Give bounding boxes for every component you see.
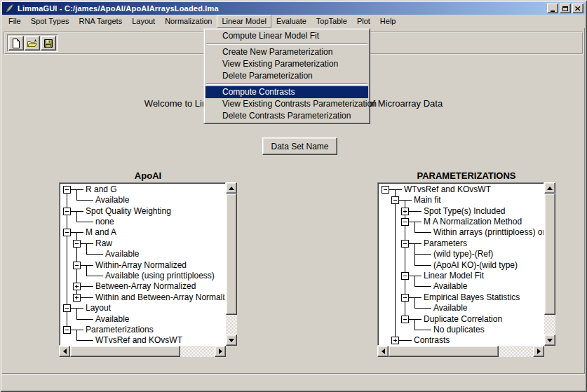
tree-label-linear-model-fit[interactable]: Linear Model Fit bbox=[424, 271, 484, 281]
scrollbar-thumb[interactable] bbox=[70, 346, 180, 357]
menubar-item-linear-model[interactable]: Linear Model bbox=[217, 15, 271, 28]
tree-label-duplicate-correlation[interactable]: Duplicate Correlation bbox=[424, 314, 502, 324]
tree-collapse-box[interactable] bbox=[73, 262, 81, 269]
tree-label-contrasts[interactable]: Contrasts bbox=[414, 335, 450, 345]
tree-label-available-using-printtiploess[interactable]: Available (using printtiploess) bbox=[105, 271, 215, 281]
tree-label-none[interactable]: none bbox=[95, 217, 114, 227]
tree-collapse-box[interactable] bbox=[63, 229, 71, 236]
vertical-scrollbar[interactable] bbox=[544, 182, 555, 346]
tree-label-spot-quality-weighting[interactable]: Spot Quality Weighting bbox=[86, 206, 171, 216]
tree-label-main-fit[interactable]: Main fit bbox=[414, 195, 441, 205]
menu-item-compute-linear-model-fit[interactable]: Compute Linear Model Fit bbox=[205, 30, 368, 42]
tree-label-available[interactable]: Available bbox=[95, 314, 129, 324]
tree-label-wtvsref-and-kovswt[interactable]: WTvsRef and KOvsWT bbox=[95, 335, 182, 345]
scrollbar-thumb[interactable] bbox=[544, 194, 555, 315]
scrollbar-track[interactable] bbox=[70, 346, 215, 357]
menubar-item-plot[interactable]: Plot bbox=[352, 15, 375, 28]
tree-expand-box[interactable] bbox=[73, 294, 81, 302]
tree-row: none bbox=[60, 216, 225, 227]
tree-label-available[interactable]: Available bbox=[433, 281, 467, 291]
menubar-item-spot-types[interactable]: Spot Types bbox=[26, 15, 74, 28]
scroll-down-button[interactable] bbox=[544, 334, 555, 346]
menubar-item-file[interactable]: File bbox=[4, 15, 26, 28]
tree-label-m-a-normalization-method[interactable]: M A Normalization Method bbox=[424, 217, 522, 227]
menubar-item-normalization[interactable]: Normalization bbox=[160, 15, 217, 28]
tree-line bbox=[67, 292, 67, 302]
tree-label-m-and-a[interactable]: M and A bbox=[86, 227, 116, 237]
menu-item-view-existing-contrasts-parameterization[interactable]: View Existing Contrasts Parameterization bbox=[205, 98, 368, 110]
new-file-button[interactable] bbox=[8, 36, 24, 50]
tree-label-apoai-ko-wild-type[interactable]: (ApoAI KO)-(wild type) bbox=[433, 260, 518, 270]
tree-expand-box[interactable] bbox=[401, 208, 409, 215]
tree-collapse-box[interactable] bbox=[63, 208, 71, 215]
tree-collapse-box[interactable] bbox=[401, 272, 409, 280]
tree-label-layout[interactable]: Layout bbox=[86, 303, 111, 313]
apoai-tree-container: R and GAvailableSpot Quality Weightingno… bbox=[59, 182, 237, 357]
tree-label-between-array-normalized[interactable]: Between-Array Normalized bbox=[95, 281, 196, 291]
scroll-left-button[interactable] bbox=[59, 346, 70, 357]
close-button[interactable] bbox=[572, 4, 583, 13]
menubar-item-evaluate[interactable]: Evaluate bbox=[271, 15, 311, 28]
tree-label-wtvsref-and-kovswt[interactable]: WTvsRef and KOvsWT bbox=[404, 184, 491, 194]
tree-collapse-box[interactable] bbox=[401, 218, 409, 226]
menu-item-compute-contrasts[interactable]: Compute Contrasts bbox=[205, 86, 368, 98]
scroll-right-button[interactable] bbox=[533, 346, 544, 357]
tree-label-raw[interactable]: Raw bbox=[95, 238, 112, 248]
data-set-name-button[interactable]: Data Set Name bbox=[262, 137, 337, 155]
tree-collapse-box[interactable] bbox=[73, 240, 81, 248]
tree-collapse-box[interactable] bbox=[401, 240, 409, 248]
scrollbar-track[interactable] bbox=[226, 194, 237, 334]
titlebar[interactable]: LimmaGUI - C:/james/ApoAI/ApoAIArraysLoa… bbox=[2, 2, 585, 15]
horizontal-scrollbar[interactable] bbox=[377, 346, 544, 357]
menubar-item-layout[interactable]: Layout bbox=[127, 15, 160, 28]
tree-line bbox=[76, 211, 77, 217]
tree-collapse-box[interactable] bbox=[401, 294, 409, 302]
save-file-button[interactable] bbox=[41, 36, 56, 50]
minimize-button[interactable] bbox=[547, 4, 558, 13]
vertical-scrollbar[interactable] bbox=[226, 182, 237, 346]
maximize-button[interactable] bbox=[560, 4, 571, 13]
tree-row: (ApoAI KO)-(wild type) bbox=[379, 259, 544, 270]
tree-label-available[interactable]: Available bbox=[105, 249, 139, 259]
tree-collapse-box[interactable] bbox=[63, 304, 71, 312]
open-file-button[interactable] bbox=[25, 36, 40, 50]
horizontal-scrollbar[interactable] bbox=[59, 346, 226, 357]
menu-item-create-new-parameterization[interactable]: Create New Parameterization bbox=[205, 46, 368, 58]
menu-item-view-existing-parameterization[interactable]: View Existing Parameterization bbox=[205, 58, 368, 70]
tree-label-within-arrays-printtiploess-only[interactable]: Within arrays (printtiploess) only bbox=[433, 227, 544, 237]
menubar-item-toptable[interactable]: TopTable bbox=[311, 15, 352, 28]
scrollbar-thumb[interactable] bbox=[389, 346, 499, 357]
menu-separator bbox=[206, 83, 367, 85]
scroll-left-button[interactable] bbox=[377, 346, 389, 357]
menubar-item-rna-targets[interactable]: RNA Targets bbox=[74, 15, 128, 28]
tree-label-parameters[interactable]: Parameters bbox=[424, 238, 467, 248]
scroll-right-button[interactable] bbox=[215, 346, 226, 357]
tree-label-available[interactable]: Available bbox=[95, 195, 129, 205]
tree-row: Parameters bbox=[379, 238, 544, 248]
tree-collapse-box[interactable] bbox=[401, 316, 409, 323]
scrollbar-track[interactable] bbox=[544, 194, 555, 334]
tree-collapse-box[interactable] bbox=[63, 326, 71, 334]
scrollbar-track[interactable] bbox=[389, 346, 533, 357]
scroll-up-button[interactable] bbox=[226, 182, 237, 194]
tree-label-within-and-between-array-normalized[interactable]: Within and Between-Array Normalized bbox=[95, 292, 226, 302]
scrollbar-thumb[interactable] bbox=[226, 194, 237, 315]
tree-expand-box[interactable] bbox=[73, 283, 81, 290]
tree-label-r-and-g[interactable]: R and G bbox=[86, 184, 117, 194]
menu-item-delete-parameterization[interactable]: Delete Parameterization bbox=[205, 70, 368, 82]
tree-collapse-box[interactable] bbox=[63, 186, 71, 194]
tree-label-spot-type-s-included[interactable]: Spot Type(s) Included bbox=[424, 206, 506, 216]
scroll-up-button[interactable] bbox=[544, 182, 555, 194]
tree-collapse-box[interactable] bbox=[391, 196, 399, 204]
tree-label-parameterizations[interactable]: Parameterizations bbox=[86, 325, 154, 334]
tree-label-wild-type-ref[interactable]: (wild type)-(Ref) bbox=[433, 249, 493, 259]
tree-label-within-array-normalized[interactable]: Within-Array Normalized bbox=[95, 260, 187, 270]
menu-item-delete-contrasts-parameterization[interactable]: Delete Contrasts Parameterization bbox=[205, 110, 368, 122]
menubar-item-help[interactable]: Help bbox=[375, 15, 401, 28]
tree-label-available[interactable]: Available bbox=[433, 303, 467, 313]
scroll-down-button[interactable] bbox=[226, 334, 237, 346]
tree-label-no-duplicates[interactable]: No duplicates bbox=[433, 325, 485, 334]
tree-collapse-box[interactable] bbox=[382, 186, 389, 194]
tree-expand-box[interactable] bbox=[391, 337, 399, 344]
tree-label-empirical-bayes-statistics[interactable]: Empirical Bayes Statistics bbox=[424, 292, 520, 302]
